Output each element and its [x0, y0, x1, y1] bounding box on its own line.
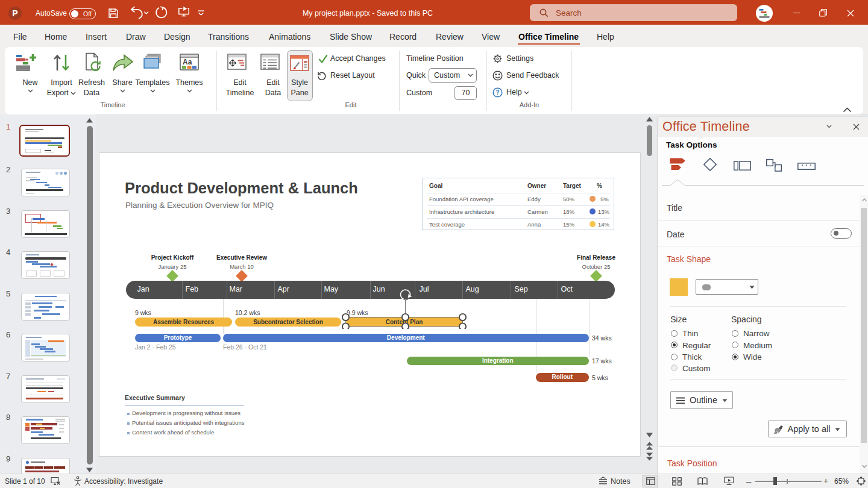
svg-text:Aa: Aa	[183, 58, 192, 66]
svg-text:?: ?	[496, 89, 500, 96]
